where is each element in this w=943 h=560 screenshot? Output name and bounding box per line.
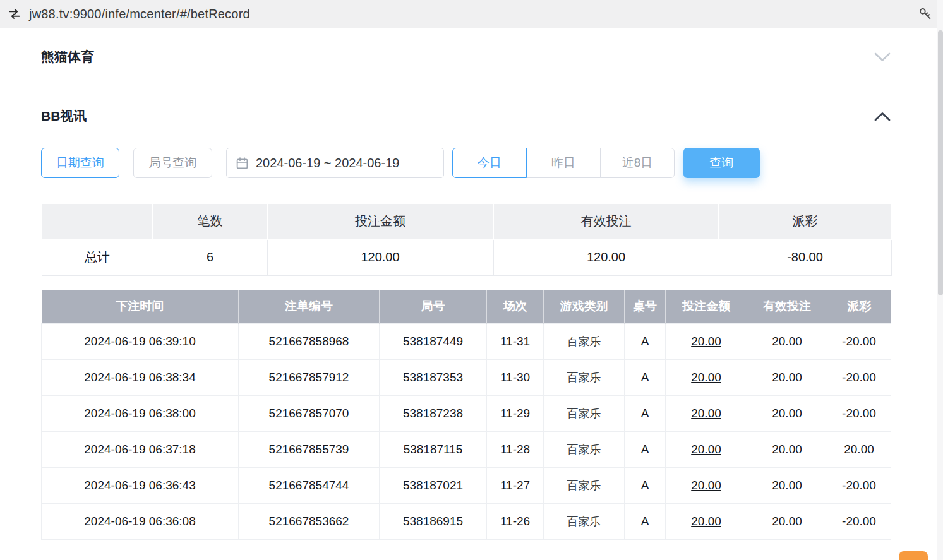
main-content: 熊猫体育 BB视讯 日期查询 局号查询 2024-06-19 ~ 2 xyxy=(0,44,943,540)
bet-amount-link[interactable]: 20.00 xyxy=(666,432,747,468)
session-cell: 11-27 xyxy=(487,468,544,504)
bet-amount-link[interactable]: 20.00 xyxy=(666,396,747,432)
table-no-cell: A xyxy=(625,504,666,540)
header-session: 场次 xyxy=(487,290,544,324)
table-no-cell: A xyxy=(625,432,666,468)
section-bb-video[interactable]: BB视讯 xyxy=(41,103,891,129)
table-row: 2024-06-19 06:37:18 521667855739 5381871… xyxy=(42,432,891,468)
summary-table: 笔数 投注金额 有效投注 派彩 总计 6 120.00 120.00 -80.0… xyxy=(41,203,892,276)
table-no-cell: A xyxy=(625,324,666,360)
summary-header-bet: 投注金额 xyxy=(267,203,493,239)
summary-header-payout: 派彩 xyxy=(719,203,891,239)
session-cell: 11-26 xyxy=(487,504,544,540)
header-table-no: 桌号 xyxy=(625,290,666,324)
date-range-input[interactable]: 2024-06-19 ~ 2024-06-19 xyxy=(226,148,444,178)
bet-record-table: 下注时间 注单编号 局号 场次 游戏类别 桌号 投注金额 有效投注 派彩 202… xyxy=(41,290,891,540)
payout-cell: -20.00 xyxy=(827,396,891,432)
quick-range-group: 今日 昨日 近8日 xyxy=(452,148,675,178)
bet-time-cell: 2024-06-19 06:37:18 xyxy=(42,432,239,468)
session-cell: 11-29 xyxy=(487,396,544,432)
table-row: 2024-06-19 06:38:00 521667857070 5381872… xyxy=(42,396,891,432)
summary-payout-value: -80.00 xyxy=(719,239,891,275)
header-valid-bet: 有效投注 xyxy=(747,290,827,324)
valid-bet-cell: 20.00 xyxy=(747,360,827,396)
summary-header-valid: 有效投注 xyxy=(493,203,719,239)
search-button[interactable]: 查询 xyxy=(683,148,760,178)
vertical-scrollbar[interactable] xyxy=(937,0,943,560)
round-query-button[interactable]: 局号查询 xyxy=(133,148,212,178)
chevron-down-icon[interactable] xyxy=(874,52,891,62)
header-bet-id: 注单编号 xyxy=(239,290,380,324)
table-no-cell: A xyxy=(625,360,666,396)
bet-amount-link[interactable]: 20.00 xyxy=(666,324,747,360)
payout-cell: -20.00 xyxy=(827,504,891,540)
round-cell: 538187353 xyxy=(380,360,487,396)
calendar-icon xyxy=(236,157,249,170)
summary-valid-value: 120.00 xyxy=(493,239,719,275)
browser-address-bar[interactable]: jw88.tv:9900/infe/mcenter/#/betRecord xyxy=(0,0,943,28)
yesterday-button[interactable]: 昨日 xyxy=(526,148,601,178)
valid-bet-cell: 20.00 xyxy=(747,324,827,360)
session-cell: 11-30 xyxy=(487,360,544,396)
table-no-cell: A xyxy=(625,396,666,432)
valid-bet-cell: 20.00 xyxy=(747,396,827,432)
header-bet-amount: 投注金额 xyxy=(666,290,747,324)
summary-header-blank xyxy=(42,203,153,239)
date-query-button[interactable]: 日期查询 xyxy=(41,148,119,178)
table-row: 2024-06-19 06:39:10 521667858968 5381874… xyxy=(42,324,891,360)
summary-bet-value: 120.00 xyxy=(267,239,493,275)
valid-bet-cell: 20.00 xyxy=(747,432,827,468)
section-panda-sports[interactable]: 熊猫体育 xyxy=(41,44,891,70)
section-divider xyxy=(41,81,891,81)
bet-table-body: 2024-06-19 06:39:10 521667858968 5381874… xyxy=(42,324,891,540)
header-bet-time: 下注时间 xyxy=(42,290,239,324)
game-type-cell: 百家乐 xyxy=(544,432,625,468)
valid-bet-cell: 20.00 xyxy=(747,468,827,504)
bet-time-cell: 2024-06-19 06:39:10 xyxy=(42,324,239,360)
chevron-up-icon[interactable] xyxy=(874,112,891,121)
bet-amount-link[interactable]: 20.00 xyxy=(666,504,747,540)
filter-bar: 日期查询 局号查询 2024-06-19 ~ 2024-06-19 今日 昨日 … xyxy=(41,148,891,178)
table-row: 2024-06-19 06:38:34 521667857912 5381873… xyxy=(42,360,891,396)
bet-id-cell: 521667857070 xyxy=(239,396,380,432)
table-row: 2024-06-19 06:36:43 521667854744 5381870… xyxy=(42,468,891,504)
url-text[interactable]: jw88.tv:9900/infe/mcenter/#/betRecord xyxy=(29,7,250,21)
header-game-type: 游戏类别 xyxy=(544,290,625,324)
summary-header-count: 笔数 xyxy=(153,203,267,239)
round-cell: 538187238 xyxy=(380,396,487,432)
scrollbar-thumb[interactable] xyxy=(938,30,943,295)
payout-cell: -20.00 xyxy=(827,324,891,360)
bet-id-cell: 521667854744 xyxy=(239,468,380,504)
round-cell: 538187115 xyxy=(380,432,487,468)
bet-amount-link[interactable]: 20.00 xyxy=(666,468,747,504)
session-cell: 11-31 xyxy=(487,324,544,360)
header-payout: 派彩 xyxy=(827,290,891,324)
table-no-cell: A xyxy=(625,468,666,504)
game-type-cell: 百家乐 xyxy=(544,504,625,540)
bet-table-header-row: 下注时间 注单编号 局号 场次 游戏类别 桌号 投注金额 有效投注 派彩 xyxy=(42,290,891,324)
valid-bet-cell: 20.00 xyxy=(747,504,827,540)
summary-count-value: 6 xyxy=(153,239,267,275)
bet-id-cell: 521667855739 xyxy=(239,432,380,468)
today-button[interactable]: 今日 xyxy=(452,148,527,178)
summary-total-row: 总计 6 120.00 120.00 -80.00 xyxy=(42,239,891,275)
payout-cell: -20.00 xyxy=(827,360,891,396)
date-range-value: 2024-06-19 ~ 2024-06-19 xyxy=(256,156,399,170)
table-row: 2024-06-19 06:36:08 521667853662 5381869… xyxy=(42,504,891,540)
round-cell: 538187021 xyxy=(380,468,487,504)
header-round: 局号 xyxy=(380,290,487,324)
key-icon[interactable] xyxy=(918,6,933,21)
bet-amount-link[interactable]: 20.00 xyxy=(666,360,747,396)
site-icon[interactable] xyxy=(6,6,23,22)
game-type-cell: 百家乐 xyxy=(544,360,625,396)
payout-cell: -20.00 xyxy=(827,468,891,504)
floating-service-widget[interactable] xyxy=(899,551,928,560)
payout-cell: 20.00 xyxy=(827,432,891,468)
bet-time-cell: 2024-06-19 06:36:43 xyxy=(42,468,239,504)
round-cell: 538187449 xyxy=(380,324,487,360)
bet-id-cell: 521667858968 xyxy=(239,324,380,360)
summary-total-label: 总计 xyxy=(42,239,153,275)
last-8-days-button[interactable]: 近8日 xyxy=(600,148,675,178)
bet-time-cell: 2024-06-19 06:38:00 xyxy=(42,396,239,432)
game-type-cell: 百家乐 xyxy=(544,396,625,432)
